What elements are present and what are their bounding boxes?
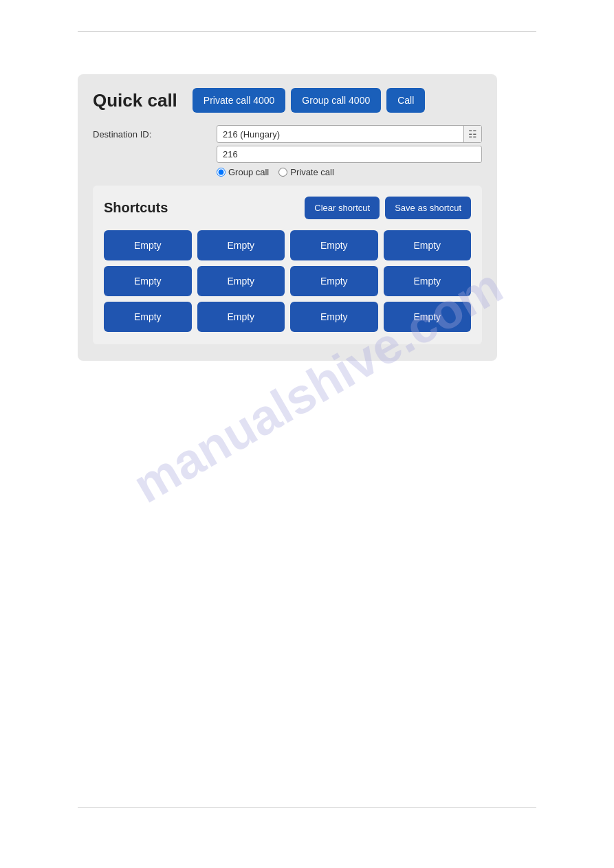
- call-button[interactable]: Call: [386, 88, 425, 113]
- destination-label: Destination ID:: [93, 125, 217, 140]
- destination-row: Destination ID: ☷ Group call Private cal…: [93, 125, 482, 177]
- shortcuts-panel: Shortcuts Clear shortcut Save as shortcu…: [93, 186, 482, 344]
- shortcut-btn-2[interactable]: Empty: [197, 230, 285, 260]
- top-divider: [78, 31, 536, 32]
- shortcut-btn-12[interactable]: Empty: [384, 302, 472, 332]
- private-call-radio[interactable]: [278, 168, 287, 177]
- bottom-divider: [78, 807, 536, 808]
- shortcut-btn-9[interactable]: Empty: [104, 302, 192, 332]
- destination-id-input[interactable]: [217, 146, 482, 163]
- shortcut-btn-8[interactable]: Empty: [384, 266, 472, 296]
- destination-dropdown[interactable]: [217, 126, 463, 142]
- private-call-button[interactable]: Private call 4000: [193, 88, 286, 113]
- shortcuts-grid: Empty Empty Empty Empty Empty Empty Empt…: [104, 230, 471, 332]
- quick-call-title: Quick call: [93, 90, 177, 111]
- private-call-radio-text: Private call: [290, 167, 334, 177]
- call-type-radio-group: Group call Private call: [217, 167, 482, 177]
- group-call-radio-label[interactable]: Group call: [217, 167, 269, 177]
- header-buttons: Private call 4000 Group call 4000 Call: [193, 88, 425, 113]
- destination-dropdown-wrapper: ☷: [217, 125, 482, 143]
- shortcuts-action-buttons: Clear shortcut Save as shortcut: [305, 197, 471, 219]
- group-call-radio[interactable]: [217, 168, 226, 177]
- shortcut-btn-4[interactable]: Empty: [384, 230, 472, 260]
- save-shortcut-button[interactable]: Save as shortcut: [385, 197, 471, 219]
- shortcut-btn-6[interactable]: Empty: [197, 266, 285, 296]
- shortcut-btn-11[interactable]: Empty: [290, 302, 378, 332]
- shortcut-btn-7[interactable]: Empty: [290, 266, 378, 296]
- shortcuts-header: Shortcuts Clear shortcut Save as shortcu…: [104, 197, 471, 219]
- shortcut-btn-1[interactable]: Empty: [104, 230, 192, 260]
- destination-inputs: ☷ Group call Private call: [217, 125, 482, 177]
- header-row: Quick call Private call 4000 Group call …: [93, 88, 482, 113]
- group-call-radio-text: Group call: [228, 167, 269, 177]
- group-call-button[interactable]: Group call 4000: [291, 88, 381, 113]
- shortcut-btn-3[interactable]: Empty: [290, 230, 378, 260]
- shortcuts-title: Shortcuts: [104, 200, 168, 216]
- shortcut-btn-5[interactable]: Empty: [104, 266, 192, 296]
- private-call-radio-label[interactable]: Private call: [278, 167, 334, 177]
- list-icon[interactable]: ☷: [463, 126, 481, 142]
- quick-call-panel: Quick call Private call 4000 Group call …: [78, 74, 497, 361]
- shortcut-btn-10[interactable]: Empty: [197, 302, 285, 332]
- clear-shortcut-button[interactable]: Clear shortcut: [305, 197, 380, 219]
